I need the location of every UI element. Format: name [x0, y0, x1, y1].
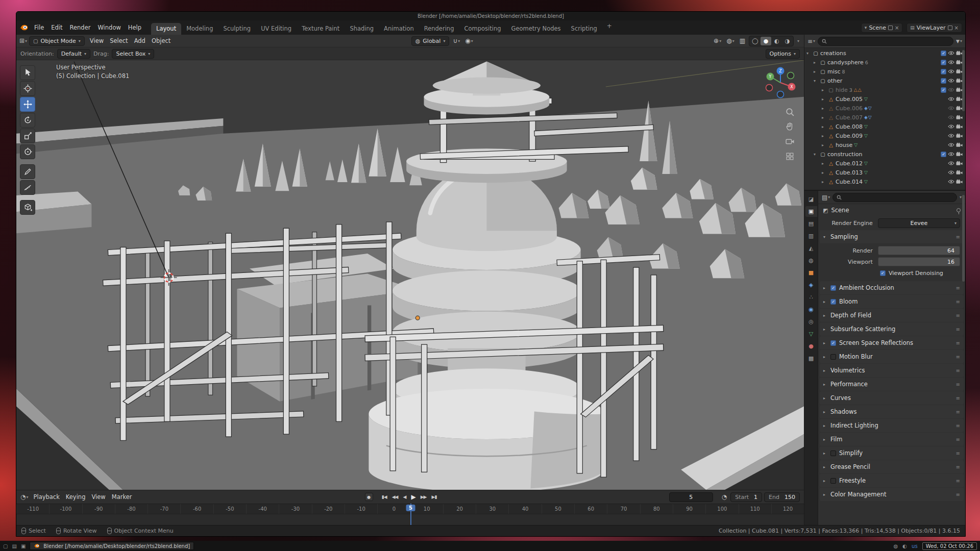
- panel-section[interactable]: ▸ ✓ Freestyle ≡: [820, 474, 964, 487]
- expand-arrow-icon[interactable]: ▾: [814, 79, 818, 83]
- menu-item[interactable]: File: [31, 20, 47, 35]
- expand-arrow-icon[interactable]: ▸: [822, 88, 826, 92]
- section-checkbox[interactable]: ✓: [830, 354, 836, 360]
- row-label[interactable]: Cube.012: [836, 160, 863, 167]
- row-label[interactable]: construction: [827, 151, 862, 158]
- hide-eye-icon[interactable]: [948, 51, 954, 56]
- expand-arrow-icon[interactable]: ▸: [822, 170, 826, 175]
- workspace-tab[interactable]: Geometry Nodes: [506, 23, 566, 35]
- menu-item[interactable]: Edit: [47, 20, 66, 35]
- annotate-tool[interactable]: [20, 164, 35, 179]
- menu-item[interactable]: Help: [125, 20, 145, 35]
- render-samples-field[interactable]: 64: [878, 246, 960, 255]
- hide-eye-icon[interactable]: [948, 170, 954, 175]
- gizmo-z-label[interactable]: Z: [779, 69, 782, 73]
- panel-menu-icon[interactable]: ≡: [956, 299, 960, 305]
- hide-eye-icon[interactable]: [948, 78, 954, 83]
- section-checkbox[interactable]: ✓: [830, 340, 836, 346]
- zoom-icon[interactable]: [785, 107, 795, 117]
- row-label[interactable]: Cube.005: [836, 96, 863, 103]
- expand-arrow-icon[interactable]: ▾: [814, 152, 818, 157]
- hide-eye-icon[interactable]: [948, 60, 954, 65]
- terminal-icon[interactable]: ▣: [21, 543, 26, 549]
- files-icon[interactable]: ▤: [12, 543, 16, 549]
- collection-checkbox[interactable]: ✓: [941, 51, 946, 56]
- row-label[interactable]: creations: [820, 50, 846, 57]
- hide-eye-icon[interactable]: [948, 124, 954, 129]
- collection-checkbox[interactable]: ✓: [941, 69, 946, 74]
- outliner-scrollbar[interactable]: [962, 50, 965, 111]
- row-label[interactable]: candysphere: [827, 59, 864, 66]
- taskbar-app-button[interactable]: Blender [/home/amalie/Desktop/blender/rt…: [30, 542, 194, 550]
- move-tool[interactable]: [20, 97, 35, 112]
- scale-tool[interactable]: [20, 129, 35, 143]
- timeline-menu-item[interactable]: Marker: [109, 493, 135, 500]
- properties-tab-modifiers[interactable]: ◈: [805, 280, 817, 290]
- chevron-down-icon[interactable]: ▾: [960, 195, 962, 199]
- mode-dropdown[interactable]: ▢ Object Mode ▾: [29, 36, 85, 46]
- workspace-tab[interactable]: Compositing: [459, 23, 506, 35]
- viewport-menu-item[interactable]: View: [87, 37, 107, 44]
- workspace-tab[interactable]: Modeling: [181, 23, 218, 35]
- new-scene-icon[interactable]: [888, 26, 893, 30]
- render-visibility-camera-icon[interactable]: [956, 152, 963, 157]
- expand-arrow-icon[interactable]: ▾: [806, 51, 811, 56]
- properties-tab-texture[interactable]: ▩: [805, 353, 817, 364]
- panel-menu-icon[interactable]: ≡: [956, 327, 960, 332]
- section-checkbox[interactable]: ✓: [830, 285, 836, 291]
- row-label[interactable]: Cube.013: [836, 169, 863, 176]
- hide-eye-icon[interactable]: [948, 179, 954, 184]
- panel-menu-icon[interactable]: ≡: [956, 423, 960, 429]
- expand-arrow-icon[interactable]: ▸: [822, 143, 826, 147]
- unlink-scene-icon[interactable]: ×: [895, 25, 899, 31]
- render-visibility-camera-icon[interactable]: [956, 124, 963, 129]
- panel-section[interactable]: ▸ ✓ Screen Space Reflections ≡: [820, 336, 964, 349]
- viewport-samples-field[interactable]: 16: [878, 257, 960, 266]
- outliner-row[interactable]: ▾ ▢ creations ✓: [804, 48, 965, 58]
- properties-tab-physics[interactable]: ◉: [805, 304, 817, 315]
- add-workspace-button[interactable]: +: [603, 20, 616, 35]
- row-label[interactable]: Cube.014: [836, 179, 863, 185]
- viewport-canvas[interactable]: User Perspective (5) Collection | Cube.0…: [16, 60, 804, 490]
- expand-arrow-icon[interactable]: ▸: [822, 106, 826, 111]
- outliner-row[interactable]: ▸ ▢ misc 8 ✓: [804, 67, 965, 76]
- workspace-tab[interactable]: Animation: [379, 23, 419, 35]
- expand-arrow-icon[interactable]: ▸: [822, 180, 826, 184]
- outliner-row[interactable]: ▸ △ house ▽ ✓: [804, 140, 965, 149]
- gizmo-y-label[interactable]: Y: [769, 74, 772, 79]
- transform-tool[interactable]: [20, 144, 35, 159]
- panel-section[interactable]: ▸ ✓ Film ≡: [820, 433, 964, 446]
- row-label[interactable]: house: [836, 142, 852, 148]
- taskbar-clock[interactable]: Wed, 02 Oct 00:26: [922, 542, 977, 550]
- expand-arrow-icon[interactable]: ▸: [814, 69, 818, 74]
- hide-eye-icon[interactable]: [948, 87, 954, 92]
- render-visibility-camera-icon[interactable]: [956, 133, 963, 138]
- panel-menu-icon[interactable]: ≡: [956, 395, 960, 401]
- overlays-dropdown[interactable]: ◍ ▾: [725, 37, 736, 44]
- panel-section[interactable]: ▸ ✓ Performance ≡: [820, 378, 964, 391]
- properties-tab-object-data[interactable]: ▽: [805, 329, 817, 339]
- properties-tab-material[interactable]: ●: [805, 341, 817, 352]
- shading-mode-button[interactable]: ●: [761, 37, 771, 45]
- render-visibility-camera-icon[interactable]: [956, 170, 963, 175]
- outliner-row[interactable]: ▸ △ Cube.005 ▽ ✓: [804, 94, 965, 104]
- properties-tab-view-layer[interactable]: ▥: [805, 231, 817, 241]
- properties-tab-output[interactable]: ▤: [805, 218, 817, 229]
- viewport-menu-item[interactable]: Select: [107, 37, 131, 44]
- snap-toggle-button[interactable]: ∪ ▾: [451, 37, 461, 44]
- hide-eye-icon[interactable]: [948, 142, 954, 147]
- pan-hand-icon[interactable]: [785, 122, 795, 132]
- menu-item[interactable]: Window: [94, 20, 124, 35]
- outliner-row[interactable]: ▸ △ Cube.014 ▽ ✓: [804, 177, 965, 186]
- panel-section[interactable]: ▸ ✓ Subsurface Scattering ≡: [820, 322, 964, 336]
- workspace-tab[interactable]: Rendering: [419, 23, 459, 35]
- panel-section[interactable]: ▸ ✓ Volumetrics ≡: [820, 364, 964, 377]
- panel-menu-icon[interactable]: ≡: [956, 354, 960, 360]
- auto-key-button[interactable]: ●: [365, 493, 373, 501]
- section-checkbox[interactable]: ✓: [830, 478, 836, 484]
- remove-viewlayer-icon[interactable]: ×: [954, 25, 959, 31]
- use-preview-range-button[interactable]: ◔: [720, 493, 728, 500]
- timeline-menu-item[interactable]: View: [88, 493, 108, 500]
- panel-menu-icon[interactable]: ≡: [956, 382, 960, 387]
- viewport-menu-item[interactable]: Add: [131, 37, 149, 44]
